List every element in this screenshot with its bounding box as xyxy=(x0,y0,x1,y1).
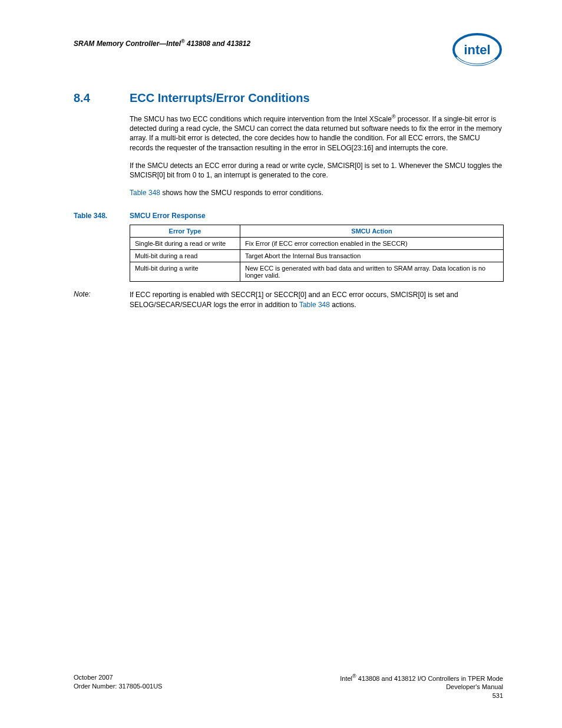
cell-action: New ECC is generated with bad data and w… xyxy=(240,262,504,282)
cell-error-type: Single-Bit during a read or write xyxy=(130,238,240,250)
section-heading: 8.4 ECC Interrupts/Error Conditions xyxy=(74,91,503,105)
paragraph-1: The SMCU has two ECC conditions which re… xyxy=(130,113,503,153)
note-block: Note: If ECC reporting is enabled with S… xyxy=(74,290,503,309)
cell-error-type: Multi-bit during a read xyxy=(130,250,240,262)
table-caption: Table 348. SMCU Error Response xyxy=(74,212,503,220)
p1-text-a: The SMCU has two ECC conditions which re… xyxy=(130,115,392,123)
header-text-prefix: SRAM Memory Controller—Intel xyxy=(74,39,181,48)
page-footer: October 2007 Order Number: 317805-001US … xyxy=(74,673,503,700)
registered-mark: ® xyxy=(352,673,356,679)
table-row: Multi-bit during a write New ECC is gene… xyxy=(130,262,504,282)
table-header-row: Error Type SMCU Action xyxy=(130,225,504,238)
footer-page-number: 531 xyxy=(340,691,503,700)
running-header: SRAM Memory Controller—Intel® 413808 and… xyxy=(74,38,250,48)
table-title: SMCU Error Response xyxy=(130,212,206,220)
footer-title-a: Intel xyxy=(340,675,352,682)
table-reference-link[interactable]: Table 348 xyxy=(130,189,160,197)
note-label: Note: xyxy=(74,290,130,298)
smcu-error-response-table: Error Type SMCU Action Single-Bit during… xyxy=(130,225,504,282)
table-reference-link[interactable]: Table 348 xyxy=(299,301,330,309)
note-text-a: If ECC reporting is enabled with SECCR[1… xyxy=(130,291,458,308)
p3-rest: shows how the SMCU responds to error con… xyxy=(160,189,323,197)
registered-mark: ® xyxy=(392,114,396,120)
footer-left: October 2007 Order Number: 317805-001US xyxy=(74,673,162,700)
footer-date: October 2007 xyxy=(74,673,162,681)
note-text-b: actions. xyxy=(330,301,356,309)
intel-logo: intel xyxy=(451,32,503,67)
footer-manual-name: Developer's Manual xyxy=(340,683,503,691)
header-text-suffix: 413808 and 413812 xyxy=(185,39,250,48)
page-header: SRAM Memory Controller—Intel® 413808 and… xyxy=(74,32,503,67)
note-body: If ECC reporting is enabled with SECCR[1… xyxy=(130,290,503,309)
footer-right: Intel® 413808 and 413812 I/O Controllers… xyxy=(340,673,503,700)
section-title: ECC Interrupts/Error Conditions xyxy=(130,91,310,105)
footer-order-number: Order Number: 317805-001US xyxy=(74,682,162,690)
table-label: Table 348. xyxy=(74,212,130,220)
cell-error-type: Multi-bit during a write xyxy=(130,262,240,282)
paragraph-3: Table 348 shows how the SMCU responds to… xyxy=(130,188,503,197)
table-row: Multi-bit during a read Target Abort the… xyxy=(130,250,504,262)
paragraph-2: If the SMCU detects an ECC error during … xyxy=(130,161,503,180)
cell-action: Fix Error (if ECC error correction enabl… xyxy=(240,238,504,250)
table-row: Single-Bit during a read or write Fix Er… xyxy=(130,238,504,250)
footer-title-b: 413808 and 413812 I/O Controllers in TPE… xyxy=(356,675,503,682)
svg-text:intel: intel xyxy=(464,42,490,57)
registered-mark: ® xyxy=(181,38,185,44)
table-header-error-type: Error Type xyxy=(130,225,240,238)
section-number: 8.4 xyxy=(74,91,130,105)
table-header-smcu-action: SMCU Action xyxy=(240,225,504,238)
cell-action: Target Abort the Internal Bus transactio… xyxy=(240,250,504,262)
footer-doc-title: Intel® 413808 and 413812 I/O Controllers… xyxy=(340,673,503,683)
